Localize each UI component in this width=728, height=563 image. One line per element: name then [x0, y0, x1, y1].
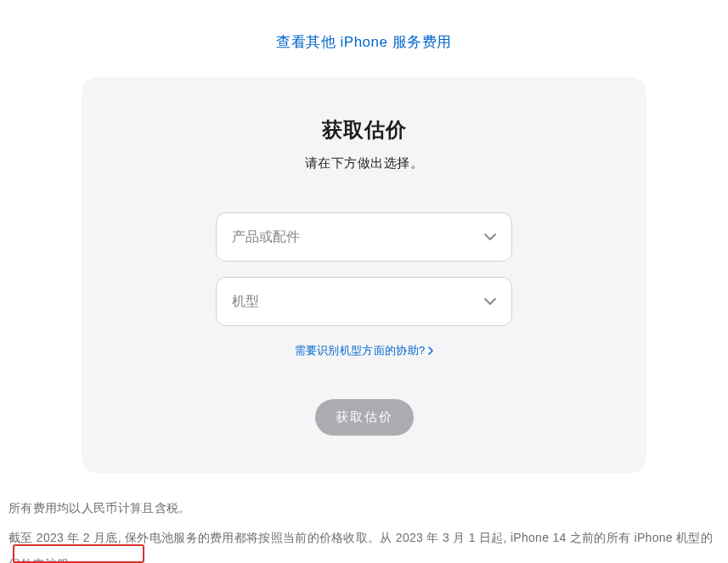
footer-line-1: 所有费用均以人民币计算且含税。: [8, 495, 720, 521]
footer-wrap: 所有费用均以人民币计算且含税。 截至 2023 年 2 月底, 保外电池服务的费…: [0, 473, 728, 563]
select-model[interactable]: 机型: [216, 277, 512, 326]
select-product-placeholder: 产品或配件: [232, 228, 300, 246]
card-title: 获取估价: [116, 116, 612, 144]
identify-model-help-link[interactable]: 需要识别机型方面的协助?: [295, 343, 434, 358]
submit-wrap: 获取估价: [116, 399, 612, 436]
view-other-fees-link[interactable]: 查看其他 iPhone 服务费用: [276, 34, 451, 50]
chevron-down-icon: [484, 298, 496, 305]
select-model-placeholder: 机型: [232, 293, 259, 311]
help-link-label: 需要识别机型方面的协助?: [295, 343, 426, 358]
get-estimate-button[interactable]: 获取估价: [315, 399, 414, 436]
top-link-wrap: 查看其他 iPhone 服务费用: [0, 0, 728, 77]
select-product-wrap: 产品或配件: [216, 212, 512, 262]
chevron-down-icon: [484, 234, 496, 240]
select-model-wrap: 机型: [216, 277, 512, 326]
estimate-card: 获取估价 请在下方做出选择。 产品或配件 机型 需要识别机型方面的协助? 获取估…: [82, 77, 646, 473]
chevron-right-icon: [428, 346, 433, 355]
footer-line-2: 截至 2023 年 2 月底, 保外电池服务的费用都将按照当前的价格收取。从 2…: [8, 525, 720, 563]
footer-text: 所有费用均以人民币计算且含税。 截至 2023 年 2 月底, 保外电池服务的费…: [0, 473, 728, 563]
select-product[interactable]: 产品或配件: [216, 212, 512, 262]
footer-line-2a: 截至 2023 年 2 月底, 保外电池服务的费用都将按照当前的价格收取。从 2…: [8, 531, 713, 563]
card-subtitle: 请在下方做出选择。: [116, 155, 612, 172]
